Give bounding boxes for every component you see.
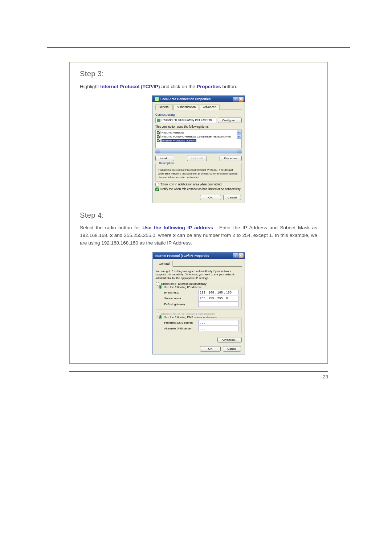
text-strong: Use the following IP address [142, 225, 213, 230]
checkbox[interactable] [157, 135, 160, 138]
dialog-title: Local Area Connection Properties [160, 97, 211, 101]
dialog-titlebar: Internet Protocol (TCP/IP) Properties ? … [153, 253, 245, 259]
connection-items-list[interactable]: NWLink NetBIOS NWLink IPX/SPX/NetBIOS Co… [155, 130, 242, 148]
step-frame: Step 3: Highlight Internet Protocol (TCP… [69, 62, 328, 364]
cancel-button[interactable]: Cancel [223, 346, 241, 352]
text-x: x [110, 233, 113, 238]
text-strong: Internet Protocol (TCP/IP) [100, 84, 160, 89]
intro-text: You can get IP settings assigned automat… [156, 270, 242, 280]
ip-address-label: IP address: [164, 291, 198, 294]
step3-text: Highlight Internet Protocol (TCP/IP) and… [80, 83, 317, 91]
list-item-label: NWLink IPX/SPX/NetBIOS Compatible Transp… [162, 135, 231, 138]
tcpip-properties-dialog: Internet Protocol (TCP/IP) Properties ? … [152, 252, 245, 354]
uninstall-button: Uninstall [187, 156, 207, 161]
radio-use-dns-label: Use the following DNS server addresses: [164, 316, 218, 319]
dialog-titlebar: Local Area Connection Properties ? × [152, 96, 245, 102]
default-gateway-label: Default gateway: [164, 303, 198, 306]
connect-using-label: Connect using: [155, 113, 242, 116]
list-item-label: NWLink NetBIOS [162, 131, 184, 134]
adapter-name: Realtek RTL8139 Family PCI Fast Eth [162, 119, 212, 122]
ok-button[interactable]: OK [200, 346, 221, 352]
step4-text: Select the radio button for Use the foll… [80, 224, 317, 247]
description-legend: Description [158, 161, 175, 165]
ip-address-field[interactable]: 192 . 168 . 168 . 160 [198, 290, 238, 295]
list-item: NWLink NetBIOS [157, 131, 240, 134]
header-rule [47, 47, 350, 48]
cancel-button[interactable]: Cancel [223, 195, 241, 200]
checkbox[interactable] [157, 139, 160, 142]
adapter-icon [157, 119, 160, 122]
show-icon-checkbox[interactable] [155, 183, 159, 186]
text-strong: Properties [197, 84, 221, 89]
list-item: NWLink IPX/SPX/NetBIOS Compatible Transp… [157, 135, 240, 138]
tab-advanced[interactable]: Advanced [200, 104, 220, 110]
alternate-dns-label: Alternate DNS server: [164, 327, 198, 330]
install-button[interactable]: Install... [155, 156, 174, 161]
nic-icon [155, 97, 159, 101]
step3-title: Step 3: [80, 70, 317, 78]
local-area-connection-dialog: Local Area Connection Properties ? × Gen… [152, 95, 245, 203]
tab-authentication[interactable]: Authentication [173, 104, 199, 110]
text: Select the radio button for [80, 225, 142, 230]
page-footer: 23 [69, 371, 328, 379]
page-number: 23 [323, 374, 328, 379]
help-icon[interactable]: ? [233, 97, 238, 102]
default-gateway-field[interactable]: . . . [198, 301, 238, 307]
adapter-field: Realtek RTL8139 Family PCI Fast Eth [155, 118, 216, 123]
description-text: Transmission Control Protocol/Internet P… [158, 168, 239, 179]
step4-title: Step 4: [80, 211, 317, 219]
text-x: x [173, 233, 176, 238]
subnet-mask-field[interactable]: 255 . 255 . 255 . 0 [198, 296, 238, 301]
scroll-down-icon[interactable]: ▾ [237, 135, 241, 139]
text: and 255.255.255.0, where [114, 233, 173, 238]
radio-use-ip[interactable] [159, 285, 162, 289]
advanced-button[interactable]: Advanced... [217, 337, 242, 342]
properties-button[interactable]: Properties [220, 156, 242, 161]
scroll-up-icon[interactable]: ▴ [237, 130, 241, 135]
text: and click on the [161, 84, 197, 89]
close-icon[interactable]: × [238, 97, 244, 102]
show-icon-label: Show icon in notification area when conn… [160, 183, 221, 186]
radio-use-ip-label: Use the following IP address: [164, 286, 202, 289]
preferred-dns-label: Preferred DNS server: [164, 321, 198, 324]
list-item-selected: Internet Protocol (TCP/IP) [157, 139, 240, 142]
preferred-dns-field[interactable]: . . . [198, 320, 238, 325]
text: Highlight [80, 84, 100, 89]
help-icon[interactable]: ? [233, 253, 238, 258]
list-item-label: Internet Protocol (TCP/IP) [162, 139, 196, 142]
tab-general[interactable]: General [156, 261, 173, 267]
tabstrip: General [156, 260, 242, 267]
tabstrip: General Authentication Advanced [155, 104, 242, 110]
subnet-mask-label: Subnet mask: [164, 297, 198, 300]
items-label: This connection uses the following items… [155, 125, 242, 128]
ok-button[interactable]: OK [200, 195, 221, 200]
text: button. [222, 84, 237, 89]
notify-label: Notify me when this connection has limit… [160, 188, 241, 191]
notify-checkbox[interactable] [155, 188, 159, 191]
checkbox[interactable] [157, 131, 160, 134]
dialog-title: Internet Protocol (TCP/IP) Properties [155, 254, 209, 258]
alternate-dns-field[interactable]: . . . [198, 326, 238, 331]
radio-use-dns[interactable] [159, 315, 162, 319]
close-icon[interactable]: × [238, 253, 244, 258]
document-page: Step 3: Highlight Internet Protocol (TCP… [0, 0, 392, 554]
tab-general[interactable]: General [155, 104, 173, 110]
horizontal-scrollbar[interactable] [155, 149, 242, 153]
configure-button[interactable]: Configure... [218, 118, 242, 123]
